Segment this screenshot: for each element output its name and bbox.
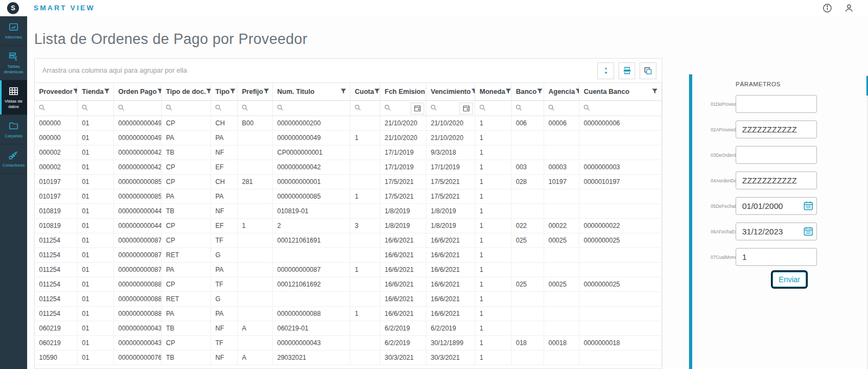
column-header-banco[interactable]: Banco [512, 83, 544, 100]
filter-input-agencia[interactable] [557, 101, 579, 116]
sidebar-item-informes[interactable]: Informes [0, 16, 27, 46]
info-icon[interactable] [822, 3, 832, 13]
column-header-prefijo[interactable]: Prefijo [238, 83, 273, 100]
table-row[interactable]: 01081901000000000044TBNF010819-011/8/201… [35, 204, 662, 219]
table-row[interactable]: 00000201000000000042TBNFCP000000000117/1… [35, 145, 662, 160]
column-header-tipo[interactable]: Tipo [211, 83, 238, 100]
filter-input-fch-emision[interactable] [393, 101, 411, 116]
column-header-fch-emision[interactable]: Fch Emision [380, 83, 426, 100]
filter-input-vencimiento[interactable] [439, 101, 459, 116]
table-row[interactable]: 01125401000000000088PAPA000000000088116/… [35, 307, 662, 321]
filter-funnel-icon[interactable] [652, 88, 658, 96]
filter-funnel-icon[interactable] [340, 88, 347, 96]
table-row[interactable]: 1059001000000000076TBNFA2903202130/3/202… [35, 351, 662, 365]
filter-funnel-icon[interactable] [104, 88, 110, 96]
table-row[interactable]: 01125401000000000088CPTF00012106169216/6… [35, 277, 662, 292]
export-excel-button[interactable] [618, 62, 635, 79]
column-header-cuenta-banco[interactable]: Cuenta Banco [579, 83, 662, 100]
filter-funnel-icon[interactable] [471, 88, 475, 96]
table-cell: 01 [78, 292, 114, 306]
param-input-01deprovee[interactable] [736, 95, 817, 113]
table-row[interactable]: 06021901000000000043CPTF0000000000436/2/… [35, 336, 662, 351]
table-row[interactable]: 01019701000000000085CPCH2810000000000011… [35, 175, 662, 189]
table-cell: 1/8/2019 [380, 204, 426, 218]
calendar-icon[interactable] [803, 201, 813, 213]
filter-input-orden-pago[interactable] [127, 101, 161, 116]
table-row[interactable]: 01125401000000000088RETG16/6/202116/6/20… [35, 292, 662, 307]
filter-input-banco[interactable] [525, 101, 544, 116]
filter-funnel-icon[interactable] [374, 88, 380, 96]
table-row[interactable]: 00000001000000000049CPCHB000000000002002… [35, 116, 662, 131]
column-header-tienda[interactable]: Tienda [78, 83, 114, 100]
column-header-tipo-de-doc[interactable]: Tipo de doc. [162, 83, 211, 100]
filter-input-cuenta-banco[interactable] [592, 101, 661, 116]
table-row[interactable]: 01019701000000000085PAPA000000000085117/… [35, 189, 662, 204]
param-input-03deordend[interactable] [736, 146, 817, 164]
column-header-moneda[interactable]: Moneda [475, 83, 512, 100]
column-header-vencimiento[interactable]: Vencimiento [426, 83, 475, 100]
table-row[interactable]: 06021901000000000043TBNFA060219-016/2/20… [35, 321, 662, 336]
calendar-button[interactable] [459, 103, 473, 114]
table-cell: 16/6/2021 [380, 233, 426, 247]
filter-funnel-icon[interactable] [575, 88, 579, 96]
filter-input-moneda[interactable] [488, 101, 511, 116]
table-cell: PA [211, 189, 238, 203]
copy-button[interactable] [640, 62, 656, 79]
sidebar-item-conectores[interactable]: Conectores [0, 144, 27, 174]
table-cell [512, 131, 544, 145]
table-cell: 000000000042 [114, 145, 162, 160]
calendar-icon[interactable] [803, 226, 813, 238]
user-icon[interactable] [844, 3, 854, 13]
filter-funnel-icon[interactable] [206, 88, 211, 96]
sidebar-item-vistas-de-datos[interactable]: Vistas de datos [0, 80, 27, 115]
filter-funnel-icon[interactable] [229, 88, 236, 96]
filter-funnel-icon[interactable] [505, 88, 512, 96]
filter-funnel-icon[interactable] [537, 88, 543, 96]
table-row[interactable]: 01081901000000000044CPEF1231/8/20191/8/2… [35, 219, 662, 233]
table-cell: 000121061691 [273, 233, 350, 247]
filter-input-cuota[interactable] [363, 101, 380, 116]
column-header-orden-pago[interactable]: Orden Pago [114, 83, 162, 100]
filter-input-tipo-de-doc[interactable] [175, 101, 210, 116]
table-cell: 000000000088 [114, 292, 162, 306]
table-row[interactable]: 01125401000000000087RETG16/6/202116/6/20… [35, 248, 662, 263]
table-row[interactable]: 00000001000000000049PAPA000000000049121/… [35, 131, 662, 145]
group-drop-zone[interactable]: Arrastra una columna aquí para agrupar p… [35, 59, 662, 83]
table-cell: A [238, 321, 273, 335]
table-row[interactable]: 01125401000000000087PAPA000000000087116/… [35, 263, 662, 277]
table-cell: NF [211, 204, 238, 218]
panel-divider[interactable] [689, 74, 692, 369]
column-header-proveedor[interactable]: Proveedor [35, 83, 78, 100]
table-cell: 00025 [544, 277, 579, 291]
app-logo[interactable]: S [7, 2, 19, 14]
table-cell: 01 [78, 351, 114, 365]
filter-input-tipo[interactable] [224, 101, 237, 116]
table-cell: PA [211, 263, 238, 277]
table-cell [350, 277, 380, 291]
table-cell [544, 248, 579, 262]
enviar-button[interactable]: Enviar [773, 272, 806, 287]
filter-input-tienda[interactable] [91, 101, 113, 116]
table-cell: 281 [238, 175, 273, 189]
table-cell: 0000000018 [579, 336, 662, 350]
filter-input-num-titulo[interactable] [286, 101, 350, 116]
column-header-cuota[interactable]: Cuota [350, 83, 380, 100]
calendar-button[interactable] [411, 103, 424, 114]
filter-input-prefijo[interactable] [251, 101, 272, 116]
table-row[interactable]: 00000201000000000042CPEF00000000004217/1… [35, 160, 662, 175]
param-input-04aordende[interactable] [736, 171, 817, 189]
table-cell: 1 [475, 189, 512, 203]
param-input-07cualmoneda[interactable] [736, 248, 817, 266]
filter-input-proveedor[interactable] [48, 101, 77, 116]
filter-funnel-icon[interactable] [73, 88, 78, 96]
column-header-agencia[interactable]: Agencia [544, 83, 579, 100]
param-input-02aproveedor[interactable] [736, 120, 817, 138]
sidebar-item-carpetas[interactable]: Carpetas [0, 115, 27, 144]
column-chooser-button[interactable] [597, 62, 614, 79]
filter-funnel-icon[interactable] [157, 88, 162, 96]
table-row[interactable]: 01125401000000000087CPTF00012106169116/6… [35, 233, 662, 248]
column-header-num-titulo[interactable]: Num. Titulo [273, 83, 350, 100]
sidebar-item-tablas-din-micas[interactable]: Tablas dinámicas [0, 46, 27, 80]
filter-funnel-icon[interactable] [263, 88, 270, 96]
table-cell: 16/6/2021 [426, 277, 475, 291]
